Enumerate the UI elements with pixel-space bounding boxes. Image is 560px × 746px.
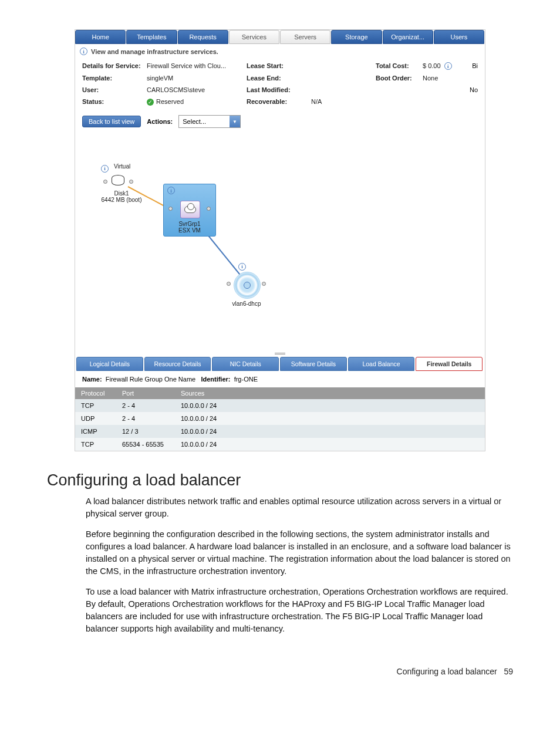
trunc-bi: Bi <box>472 62 478 70</box>
fw-id-value: frg-ONE <box>234 376 258 383</box>
actions-select[interactable]: Select... ▼ <box>178 115 241 128</box>
port-dot[interactable] <box>103 180 107 184</box>
service-details: Details for Service:Firewall Service wit… <box>75 59 485 113</box>
port-dot[interactable] <box>207 207 211 211</box>
virtual-label: Virtual <box>114 163 130 170</box>
chevron-down-icon: ▼ <box>230 116 240 127</box>
tab-logical-details[interactable]: Logical Details <box>76 357 143 371</box>
lbl-template: Template: <box>82 75 147 82</box>
tab-software-details[interactable]: Software Details <box>280 357 347 371</box>
th-sources[interactable]: Sources <box>175 387 485 399</box>
nav-services[interactable]: Services <box>229 30 279 44</box>
pane-divider[interactable] <box>75 351 485 357</box>
fw-name-value: Firewall Rule Group One Name <box>106 376 195 383</box>
details-tabs: Logical Details Resource Details NIC Det… <box>75 357 485 371</box>
document-body: Configuring a load balancer A load balan… <box>0 451 560 667</box>
back-button[interactable]: Back to list view <box>82 116 141 127</box>
fw-name-label: Name: <box>82 376 102 383</box>
body-paragraph: Before beginning the configuration descr… <box>86 528 513 578</box>
page-number: 59 <box>504 667 513 676</box>
info-icon[interactable]: i <box>167 187 175 194</box>
firewall-meta: Name: Firewall Rule Group One Name Ident… <box>75 371 485 387</box>
server-group-node[interactable]: i SvrGrp1ESX VM <box>163 184 216 237</box>
disk-icon[interactable] <box>112 174 126 187</box>
lbl-lease-end: Lease End: <box>247 75 311 82</box>
topology-diagram: i Virtual Disk16442 MB (boot) i SvrGrp1E… <box>75 134 485 310</box>
app-screenshot: Home Templates Requests Services Servers… <box>75 29 485 451</box>
lbl-last-modified: Last Modified: <box>247 86 311 93</box>
nav-users[interactable]: Users <box>434 30 484 44</box>
lbl-status: Status: <box>82 98 147 106</box>
nav-organization[interactable]: Organizat... <box>383 30 433 44</box>
fw-id-label: Identifier: <box>201 376 230 383</box>
lbl-total-cost: Total Cost: <box>376 62 423 70</box>
nav-servers[interactable]: Servers <box>280 30 330 44</box>
body-paragraph: A load balancer distributes network traf… <box>86 495 513 520</box>
lbl-user: User: <box>82 86 147 93</box>
val-template: singleVM <box>147 75 173 82</box>
info-icon[interactable]: i <box>444 62 452 70</box>
vlan-node[interactable] <box>234 272 261 299</box>
tab-load-balance[interactable]: Load Balance <box>348 357 415 371</box>
info-icon[interactable]: i <box>101 165 109 173</box>
table-row[interactable]: UDP2 - 410.0.0.0 / 24 <box>75 412 485 425</box>
th-protocol[interactable]: Protocol <box>75 387 116 399</box>
th-port[interactable]: Port <box>116 387 175 399</box>
footer-title: Configuring a load balancer <box>397 667 497 676</box>
section-heading: Configuring a load balancer <box>47 471 513 490</box>
subtitle-text: View and manage infrastructure services. <box>91 48 218 55</box>
port-dot[interactable] <box>129 180 133 184</box>
firewall-rules-table: Protocol Port Sources TCP2 - 410.0.0.0 /… <box>75 387 485 451</box>
val-status: ✓Reserved <box>147 98 184 106</box>
actions-label: Actions: <box>147 118 173 125</box>
table-row[interactable]: TCP2 - 410.0.0.0 / 24 <box>75 399 485 412</box>
check-icon: ✓ <box>147 99 154 106</box>
server-label: SvrGrp1ESX VM <box>164 221 215 234</box>
disk-label: Disk16442 MB (boot) <box>95 190 148 203</box>
nav-requests[interactable]: Requests <box>178 30 228 44</box>
page-footer: Configuring a load balancer 59 <box>0 667 560 694</box>
body-paragraph: To use a load balancer with Matrix infra… <box>86 586 513 635</box>
val-total-cost: $ 0.00 <box>423 62 441 70</box>
val-service: Firewall Service with Clou... <box>147 62 226 70</box>
val-recoverable: N/A <box>311 98 322 106</box>
nav-storage[interactable]: Storage <box>331 30 382 44</box>
tab-resource-details[interactable]: Resource Details <box>144 357 211 371</box>
val-boot-order: None <box>423 75 438 82</box>
info-icon[interactable]: i <box>238 263 246 271</box>
lbl-service: Details for Service: <box>82 62 147 70</box>
status-text: Reserved <box>156 98 184 105</box>
lbl-recoverable: Recoverable: <box>247 98 311 106</box>
page-subtitle: i View and manage infrastructure service… <box>75 44 485 59</box>
vlan-label: vlan6-dhcp <box>229 301 264 307</box>
lbl-lease-start: Lease Start: <box>247 62 311 70</box>
lbl-boot-order: Boot Order: <box>376 75 423 82</box>
port-dot[interactable] <box>168 207 173 211</box>
port-dot[interactable] <box>262 282 266 286</box>
val-user: CARLOSCMS\steve <box>147 86 205 93</box>
select-placeholder: Select... <box>179 116 230 127</box>
tab-firewall-details[interactable]: Firewall Details <box>416 357 483 371</box>
nav-home[interactable]: Home <box>75 30 126 44</box>
grip-icon <box>275 353 285 355</box>
table-row[interactable]: ICMP12 / 310.0.0.0 / 24 <box>75 425 485 438</box>
action-bar: Back to list view Actions: Select... ▼ <box>75 113 485 134</box>
cloud-icon <box>180 201 200 218</box>
top-nav: Home Templates Requests Services Servers… <box>75 30 485 44</box>
port-dot[interactable] <box>227 282 231 286</box>
nav-templates[interactable]: Templates <box>126 30 177 44</box>
trunc-no: No <box>470 86 478 93</box>
table-row[interactable]: TCP65534 - 6553510.0.0.0 / 24 <box>75 438 485 451</box>
tab-nic-details[interactable]: NIC Details <box>212 357 279 371</box>
info-icon: i <box>80 48 87 55</box>
